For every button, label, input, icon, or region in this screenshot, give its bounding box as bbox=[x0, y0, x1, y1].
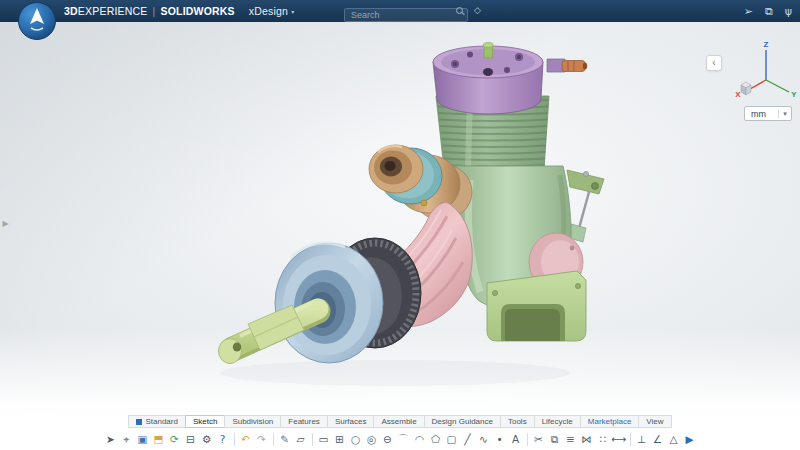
convert-entities-icon[interactable]: ⧉ bbox=[547, 431, 562, 447]
exit-sketch-icon[interactable]: ▶ bbox=[682, 431, 697, 447]
pattern-icon[interactable]: ∷ bbox=[595, 431, 610, 447]
slot-icon[interactable]: ▢ bbox=[444, 431, 459, 447]
toolbar-separator bbox=[630, 433, 631, 446]
tab-label: Surfaces bbox=[335, 417, 367, 426]
tab-label: Lifecycle bbox=[542, 417, 573, 426]
toolbar-separator bbox=[273, 433, 274, 446]
offset-icon[interactable]: ≡ bbox=[563, 431, 578, 447]
app-switcher[interactable]: xDesign bbox=[249, 5, 288, 17]
perimeter-circle-icon[interactable]: ◎ bbox=[364, 431, 379, 447]
send-icon[interactable]: ➢ bbox=[744, 5, 753, 18]
help-icon[interactable]: ? bbox=[215, 431, 230, 447]
x-axis-label: X bbox=[735, 90, 741, 99]
orientation-triad[interactable]: Z X Y bbox=[720, 38, 800, 106]
topbar-right-icons: ➢⧉ψ bbox=[744, 0, 792, 22]
tab-label: Design Guidance bbox=[432, 417, 493, 426]
tab-subdivision[interactable]: Subdivision bbox=[224, 415, 280, 428]
search-container bbox=[344, 4, 468, 18]
brand-experience: EXPERIENCE bbox=[78, 5, 148, 17]
arc-icon[interactable]: ⌒ bbox=[396, 431, 411, 447]
tab-sketch[interactable]: Sketch bbox=[185, 415, 224, 428]
brand-3d: 3D bbox=[64, 5, 78, 17]
toolbar-separator bbox=[234, 433, 235, 446]
dimension-icon[interactable]: ⟷ bbox=[611, 431, 626, 447]
save-icon[interactable]: ▣ bbox=[135, 431, 150, 447]
swym-icon[interactable]: ψ bbox=[785, 5, 792, 18]
circle-icon[interactable]: ○ bbox=[348, 431, 363, 447]
tab-label: Standard bbox=[145, 417, 177, 426]
point-icon[interactable]: • bbox=[492, 431, 507, 447]
standard-tab-icon bbox=[136, 419, 142, 425]
tab-label: Features bbox=[288, 417, 320, 426]
open-icon[interactable]: ⬒ bbox=[151, 431, 166, 447]
bottom-ribbon: StandardSketchSubdivisionFeaturesSurface… bbox=[0, 415, 800, 450]
3dexperience-compass-logo[interactable] bbox=[17, 1, 57, 41]
print-icon[interactable]: ⊟ bbox=[183, 431, 198, 447]
three-point-arc-icon[interactable]: ◠ bbox=[412, 431, 427, 447]
engine-mount[interactable] bbox=[487, 271, 586, 341]
sketch-icon[interactable]: ✎ bbox=[277, 431, 292, 447]
tab-design-guidance[interactable]: Design Guidance bbox=[424, 415, 500, 428]
units-value: mm bbox=[745, 109, 778, 119]
angle-icon[interactable]: ∠ bbox=[650, 431, 665, 447]
mirror-icon[interactable]: ⋈ bbox=[579, 431, 594, 447]
tab-view[interactable]: View bbox=[638, 415, 671, 428]
units-caret-icon: ▾ bbox=[778, 110, 791, 118]
measure-icon[interactable]: △ bbox=[666, 431, 681, 447]
brand-product: SOLIDWORKS bbox=[160, 5, 234, 17]
sync-icon[interactable]: ⟳ bbox=[167, 431, 182, 447]
search-input[interactable] bbox=[344, 8, 468, 22]
tab-features[interactable]: Features bbox=[280, 415, 327, 428]
line-icon[interactable]: ╱ bbox=[460, 431, 475, 447]
rectangle-icon[interactable]: ▭ bbox=[316, 431, 331, 447]
box-select-icon[interactable]: ⌖ bbox=[119, 431, 134, 447]
toolbar-separator bbox=[527, 433, 528, 446]
left-flyout-arrow[interactable]: ▶ bbox=[0, 215, 11, 233]
polygon-icon[interactable]: ⬠ bbox=[428, 431, 443, 447]
trim-icon[interactable]: ✂ bbox=[531, 431, 546, 447]
y-axis-label: Y bbox=[791, 90, 797, 99]
tab-lifecycle[interactable]: Lifecycle bbox=[534, 415, 580, 428]
select-tool-icon[interactable]: ➤ bbox=[103, 431, 118, 447]
throttle-linkage[interactable] bbox=[567, 170, 604, 242]
tab-label: Sketch bbox=[193, 417, 217, 426]
share-icon[interactable]: ⧉ bbox=[765, 5, 773, 18]
tab-marketplace[interactable]: Marketplace bbox=[580, 415, 639, 428]
tab-assemble[interactable]: Assemble bbox=[373, 415, 423, 428]
cylinder-head[interactable] bbox=[433, 42, 543, 114]
tab-label: Subdivision bbox=[232, 417, 273, 426]
tab-tools[interactable]: Tools bbox=[500, 415, 534, 428]
ellipse-icon[interactable]: ⊖ bbox=[380, 431, 395, 447]
fuel-nipple[interactable] bbox=[547, 59, 587, 72]
text-icon[interactable]: A bbox=[508, 431, 523, 447]
plane-icon[interactable]: ▱ bbox=[293, 431, 308, 447]
units-dropdown[interactable]: mm ▾ bbox=[744, 106, 792, 121]
front-housing-ring[interactable] bbox=[275, 243, 383, 363]
model-canvas[interactable] bbox=[0, 22, 800, 415]
center-rectangle-icon[interactable]: ⊞ bbox=[332, 431, 347, 447]
view-cube-icon[interactable] bbox=[741, 82, 751, 95]
tab-surfaces[interactable]: Surfaces bbox=[327, 415, 374, 428]
settings-icon[interactable]: ⚙ bbox=[199, 431, 214, 447]
redo-icon[interactable]: ↷ bbox=[254, 431, 269, 447]
app-switcher-caret-icon[interactable]: ▾ bbox=[291, 8, 294, 15]
tab-label: Assemble bbox=[381, 417, 416, 426]
tab-standard[interactable]: Standard bbox=[128, 415, 184, 428]
brand-separator: | bbox=[153, 5, 156, 17]
search-icon[interactable] bbox=[456, 7, 463, 14]
z-axis-label: Z bbox=[764, 40, 769, 49]
tag-icon[interactable]: ◇ bbox=[474, 5, 481, 15]
tab-label: View bbox=[646, 417, 663, 426]
ribbon-tabs: StandardSketchSubdivisionFeaturesSurface… bbox=[0, 415, 800, 428]
toolbar-separator bbox=[312, 433, 313, 446]
ground-shadow bbox=[220, 360, 570, 386]
tab-label: Marketplace bbox=[588, 417, 632, 426]
graphics-viewport[interactable]: ‹ Z X Y mm ▾ ▶ bbox=[0, 22, 800, 415]
bottom-toolbar: ➤⌖▣⬒⟳⊟⚙?↶↷✎▱▭⊞○◎⊖⌒◠⬠▢╱∿•A✂⧉≡⋈∷⟷⊥∠△▶ bbox=[0, 429, 800, 449]
spline-icon[interactable]: ∿ bbox=[476, 431, 491, 447]
brand-block: 3D EXPERIENCE | SOLIDWORKS xDesign ▾ bbox=[64, 0, 294, 22]
relations-icon[interactable]: ⊥ bbox=[634, 431, 649, 447]
tab-label: Tools bbox=[508, 417, 527, 426]
undo-icon[interactable]: ↶ bbox=[238, 431, 253, 447]
